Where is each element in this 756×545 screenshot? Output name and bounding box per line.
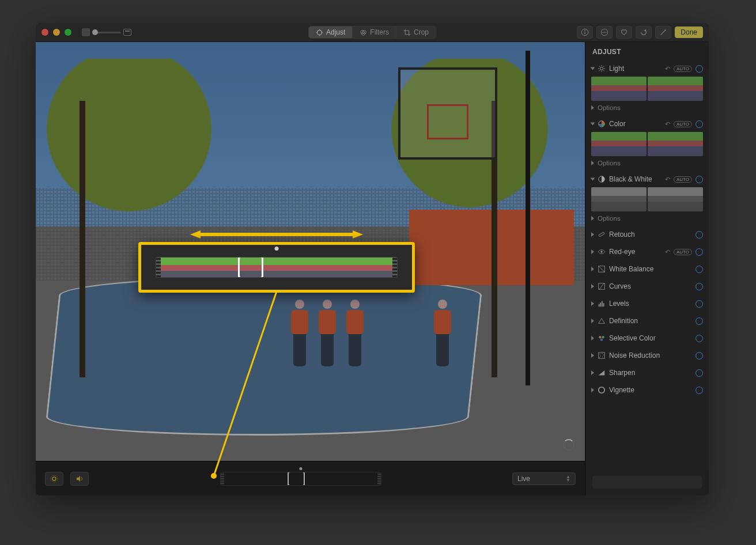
section-color-header[interactable]: Color ↶ AUTO: [591, 118, 703, 130]
canvas-area: Live ▲▼: [36, 42, 585, 495]
toggle-ring[interactable]: [695, 352, 703, 359]
section-levels-title: Levels: [609, 300, 692, 308]
toggle-ring[interactable]: [695, 300, 703, 308]
color-preview-pair[interactable]: [591, 132, 703, 156]
selective-color-icon: [598, 334, 606, 342]
toggle-ring[interactable]: [695, 283, 703, 290]
toggle-ring[interactable]: [695, 266, 703, 273]
audio-toggle[interactable]: [70, 472, 89, 486]
minimize-window-button[interactable]: [53, 29, 60, 36]
auto-button[interactable]: AUTO: [674, 66, 692, 72]
undo-icon[interactable]: ↶: [665, 176, 670, 183]
trim-start-handle[interactable]: [221, 472, 224, 485]
section-sharpen-header[interactable]: Sharpen: [591, 367, 703, 379]
options-label: Options: [598, 215, 621, 222]
tab-filters-label: Filters: [370, 28, 389, 36]
fullscreen-window-button[interactable]: [65, 29, 71, 36]
disclosure-icon: [591, 319, 594, 323]
section-curves-header[interactable]: Curves: [591, 281, 703, 292]
disclosure-icon: [591, 370, 594, 375]
info-button[interactable]: [577, 26, 593, 39]
svg-point-46: [599, 387, 605, 393]
svg-line-24: [599, 70, 600, 71]
section-vignette-header[interactable]: Vignette: [591, 384, 703, 396]
toggle-ring[interactable]: [695, 248, 703, 256]
section-light-header[interactable]: Light ↶ AUTO: [591, 63, 703, 74]
trim-end-handle[interactable]: [377, 472, 381, 485]
eye-icon: [598, 248, 606, 256]
section-levels-header[interactable]: Levels: [591, 298, 703, 309]
toggle-ring[interactable]: [695, 335, 703, 342]
live-photo-toggle[interactable]: [45, 472, 63, 486]
tab-crop[interactable]: Crop: [396, 27, 436, 38]
section-definition-header[interactable]: Definition: [591, 315, 703, 327]
disclosure-icon: [591, 105, 594, 110]
favorite-button[interactable]: [616, 26, 632, 39]
sharpen-icon: [598, 369, 606, 377]
disclosure-icon: [591, 267, 594, 271]
svg-point-43: [600, 355, 601, 356]
section-selcolor-title: Selective Color: [609, 334, 692, 342]
disclosure-icon: [591, 216, 594, 221]
section-noise-header[interactable]: Noise Reduction: [591, 350, 703, 361]
keyframe-marker-icon: [299, 467, 302, 470]
toggle-ring[interactable]: [695, 317, 703, 325]
toggle-ring[interactable]: [695, 231, 703, 239]
section-retouch: Retouch: [585, 226, 709, 244]
svg-point-45: [599, 357, 600, 358]
section-bw-header[interactable]: Black & White ↶ AUTO: [591, 173, 703, 185]
panel-header: ADJUST: [585, 42, 709, 60]
live-mode-select[interactable]: Live ▲▼: [512, 472, 576, 485]
section-retouch-header[interactable]: Retouch: [591, 229, 703, 240]
svg-rect-32: [599, 304, 600, 306]
section-color-title: Color: [609, 120, 662, 128]
color-wheel-icon: [598, 120, 606, 128]
photo-canvas[interactable]: [36, 42, 585, 461]
tab-filters[interactable]: Filters: [353, 27, 396, 38]
rotate-button[interactable]: [636, 26, 652, 39]
auto-button[interactable]: AUTO: [674, 121, 692, 127]
done-button[interactable]: Done: [675, 27, 703, 38]
keyframe-selector[interactable]: [288, 472, 305, 486]
toggle-ring[interactable]: [695, 369, 703, 377]
disclosure-icon: [591, 388, 594, 392]
auto-button[interactable]: AUTO: [674, 176, 692, 183]
undo-icon[interactable]: ↶: [665, 248, 670, 256]
auto-button[interactable]: AUTO: [674, 249, 692, 255]
toggle-ring[interactable]: [695, 120, 703, 128]
info-icon: [581, 28, 589, 36]
undo-icon[interactable]: ↶: [665, 65, 670, 73]
more-button[interactable]: [596, 26, 613, 39]
toggle-ring[interactable]: [695, 387, 703, 394]
section-wb-header[interactable]: White Balance: [591, 263, 703, 275]
color-options-row[interactable]: Options: [591, 158, 703, 168]
undo-icon[interactable]: ↶: [665, 120, 670, 128]
section-sharpen: Sharpen: [585, 365, 709, 382]
live-mode-label: Live: [517, 475, 530, 483]
close-window-button[interactable]: [41, 29, 48, 36]
keyframe-scrubber[interactable]: [220, 472, 381, 486]
svg-point-37: [602, 336, 604, 338]
tab-crop-label: Crop: [414, 28, 429, 36]
section-redeye-header[interactable]: Red-eye ↶ AUTO: [591, 246, 703, 258]
toggle-ring[interactable]: [695, 65, 703, 73]
section-light-title: Light: [609, 65, 662, 73]
toggle-ring[interactable]: [695, 176, 703, 183]
svg-line-22: [599, 66, 600, 67]
thumbnail-zoom-slider[interactable]: [82, 28, 131, 36]
svg-point-44: [602, 357, 603, 357]
chevron-updown-icon: ▲▼: [566, 475, 570, 482]
filters-icon: [360, 29, 367, 36]
disclosure-icon: [591, 336, 594, 340]
section-vignette: Vignette: [585, 382, 709, 399]
light-options-row[interactable]: Options: [591, 103, 703, 112]
bw-preview-pair[interactable]: [591, 187, 703, 211]
disclosure-icon: [591, 249, 594, 254]
svg-line-23: [603, 70, 604, 71]
section-redeye: Red-eye ↶ AUTO: [585, 244, 709, 261]
auto-enhance-button[interactable]: [655, 26, 671, 39]
bw-options-row[interactable]: Options: [591, 214, 703, 223]
tab-adjust[interactable]: Adjust: [309, 27, 353, 38]
light-preview-pair[interactable]: [591, 77, 703, 101]
section-selcolor-header[interactable]: Selective Color: [591, 332, 703, 344]
